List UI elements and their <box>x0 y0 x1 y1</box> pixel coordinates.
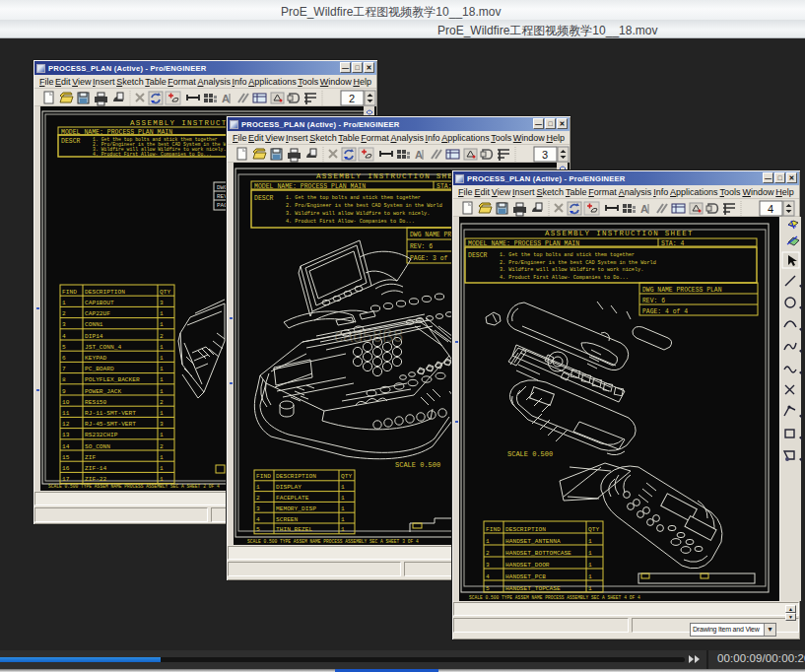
svg-text:ASSEMBLY INSTRUCTION SHEET: ASSEMBLY INSTRUCTION SHEET <box>316 172 465 180</box>
svg-text:2: 2 <box>62 310 66 317</box>
svg-text:3. Wildfire will allow Wildfir: 3. Wildfire will allow Wildfire to work … <box>500 267 643 273</box>
svg-text:SCALE 0.500 TYPE ASSEM NAME: SCALE 0.500 TYPE ASSEM NAME PROCESS ASSE… <box>469 595 640 600</box>
svg-text:DESCR: DESCR <box>254 195 274 202</box>
svg-text:2: 2 <box>486 550 490 557</box>
svg-text:2: 2 <box>349 93 355 104</box>
svg-text:8: 8 <box>62 376 66 383</box>
svg-text:A: A <box>640 203 648 215</box>
svg-text:ZIF: ZIF <box>85 454 96 461</box>
svg-text:3: 3 <box>256 505 260 512</box>
svg-text:CAP1BOUT: CAP1BOUT <box>85 300 114 306</box>
svg-text:3: 3 <box>62 321 66 328</box>
svg-text:CONN1: CONN1 <box>85 321 103 328</box>
svg-text:4. Product First Allow- Compan: 4. Product First Allow- Companies to Do.… <box>286 219 415 225</box>
svg-text:15: 15 <box>62 454 70 461</box>
svg-text:PC_BOARD: PC_BOARD <box>85 366 114 372</box>
svg-text:HANDSET_TOPCASE: HANDSET_TOPCASE <box>505 585 561 592</box>
svg-text:RES150: RES150 <box>85 399 107 406</box>
svg-text:RS232CHIP: RS232CHIP <box>85 432 118 438</box>
svg-text:12: 12 <box>62 421 70 428</box>
svg-text:1: 1 <box>341 505 345 512</box>
svg-text:QTY: QTY <box>341 473 352 480</box>
svg-text:1: 1 <box>588 550 592 557</box>
svg-text:4: 4 <box>256 516 260 523</box>
svg-text:1: 1 <box>160 476 164 483</box>
svg-text:5: 5 <box>256 526 260 533</box>
svg-text:A: A <box>415 149 423 161</box>
svg-text:3: 3 <box>486 562 490 569</box>
svg-text:3. Wildfire will allow Wildfir: 3. Wildfire will allow Wildfire to work … <box>286 211 430 217</box>
svg-text:6: 6 <box>62 355 66 362</box>
svg-text:1: 1 <box>256 484 260 491</box>
svg-text:1: 1 <box>160 344 164 351</box>
svg-text:CAP22UF: CAP22UF <box>85 310 110 317</box>
svg-text:HANDSET_PCB: HANDSET_PCB <box>505 573 546 580</box>
svg-text:2: 2 <box>256 495 260 502</box>
svg-text:STA: 4: STA: 4 <box>661 240 685 247</box>
svg-text:MODEL NAME: PROCESS PLAN MAIN: MODEL NAME: PROCESS PLAN MAIN <box>468 240 579 247</box>
svg-text:HANDSET_BOTTOMCASE: HANDSET_BOTTOMCASE <box>505 550 571 557</box>
svg-text:RJ-45-SMT-VERT: RJ-45-SMT-VERT <box>85 421 136 428</box>
svg-text:1: 1 <box>341 495 345 502</box>
svg-text:1: 1 <box>160 366 164 372</box>
svg-text:REV: 6: REV: 6 <box>410 243 433 250</box>
svg-text:REV: 6: REV: 6 <box>642 298 665 304</box>
svg-text:1: 1 <box>341 526 345 533</box>
svg-text:POWER_JACK: POWER_JACK <box>85 388 121 395</box>
svg-text:4. Product First Allow- Compan: 4. Product First Allow- Companies to Do.… <box>93 152 212 157</box>
svg-text:DISPLAY: DISPLAY <box>276 484 302 491</box>
svg-text:FIND: FIND <box>256 473 271 480</box>
svg-text:SCALE 0.500: SCALE 0.500 <box>507 450 553 458</box>
svg-text:1: 1 <box>160 376 164 383</box>
svg-text:16: 16 <box>62 465 70 472</box>
svg-text:7: 7 <box>62 366 66 372</box>
svg-text:4: 4 <box>768 203 773 215</box>
svg-text:1: 1 <box>160 355 164 362</box>
svg-text:2: 2 <box>160 399 164 406</box>
svg-text:1: 1 <box>160 321 164 328</box>
svg-text:2: 2 <box>160 333 164 340</box>
svg-text:HANDSET_DOOR: HANDSET_DOOR <box>505 562 550 569</box>
svg-text:1: 1 <box>588 573 592 580</box>
svg-text:1: 1 <box>160 410 164 417</box>
svg-text:17: 17 <box>62 476 70 483</box>
svg-text:4: 4 <box>486 573 490 580</box>
svg-text:QTY: QTY <box>160 289 170 296</box>
svg-text:SO_CONN: SO_CONN <box>85 443 110 450</box>
svg-text:10: 10 <box>62 399 70 406</box>
svg-text:1: 1 <box>160 432 164 438</box>
svg-text:1: 1 <box>62 300 66 306</box>
svg-text:1: 1 <box>588 538 592 545</box>
svg-text:THIN_BEZEL: THIN_BEZEL <box>276 526 312 533</box>
svg-text:DESCR: DESCR <box>468 252 488 259</box>
svg-text:14: 14 <box>62 443 70 450</box>
svg-text:RJ-11-SMT-VERT: RJ-11-SMT-VERT <box>85 410 136 417</box>
svg-text:9: 9 <box>62 388 66 395</box>
svg-text:SCALE 0.500: SCALE 0.500 <box>395 461 440 469</box>
svg-text:5: 5 <box>486 585 490 592</box>
svg-text:ASSEMBLY INSTRUCTION SHEET: ASSEMBLY INSTRUCTION SHEET <box>545 230 694 237</box>
svg-text:1: 1 <box>160 310 164 317</box>
svg-text:MODEL NAME: PROCESS PLAN MAIN: MODEL NAME: PROCESS PLAN MAIN <box>254 183 366 190</box>
svg-text:2. Pro/Engineer is the best CA: 2. Pro/Engineer is the best CAD System i… <box>500 260 656 266</box>
svg-text:PAGE: 4 of 4: PAGE: 4 of 4 <box>642 308 688 315</box>
svg-text:DWG NAME PROCESS PLAN: DWG NAME PROCESS PLAN <box>642 287 722 294</box>
svg-text:11: 11 <box>62 410 70 417</box>
svg-text:SCREEN: SCREEN <box>276 516 299 523</box>
svg-text:1: 1 <box>341 516 345 523</box>
svg-text:5: 5 <box>62 344 66 351</box>
svg-text:FIND: FIND <box>62 289 77 296</box>
svg-text:3: 3 <box>160 421 164 428</box>
svg-text:1: 1 <box>160 454 164 461</box>
svg-text:DESCRIPTION: DESCRIPTION <box>85 289 125 296</box>
svg-text:1: 1 <box>160 465 164 472</box>
svg-text:ZIF-22: ZIF-22 <box>85 476 107 483</box>
svg-text:DESCR: DESCR <box>61 138 81 145</box>
svg-text:1: 1 <box>588 585 592 592</box>
svg-text:KEYPAD: KEYPAD <box>85 355 107 362</box>
svg-text:PAGE: 3 of 4: PAGE: 3 of 4 <box>410 255 455 262</box>
svg-text:1: 1 <box>486 538 490 545</box>
svg-text:13: 13 <box>62 432 70 438</box>
svg-text:1: 1 <box>341 484 345 491</box>
svg-text:1. Get the top bolts and stick: 1. Get the top bolts and stick them toge… <box>500 252 635 258</box>
